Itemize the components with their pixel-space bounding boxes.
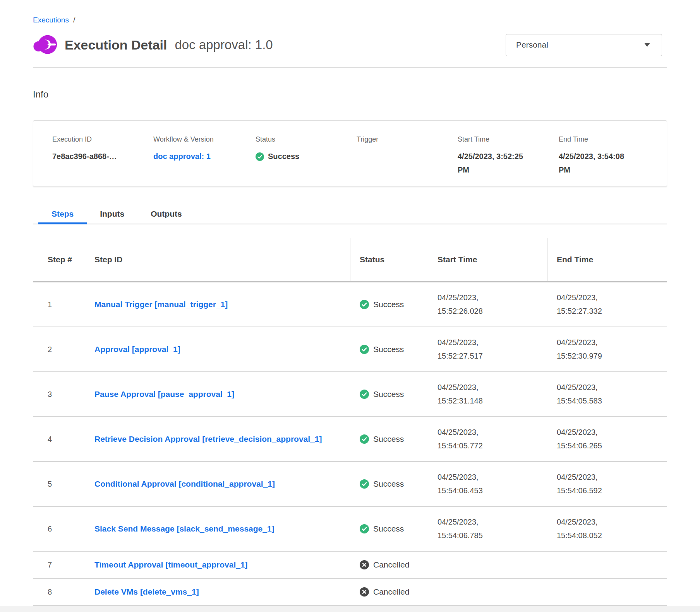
step-id-link[interactable]: Timeout Approval [timeout_approval_1] (94, 559, 248, 570)
field-end-time: End Time 4/25/2023, 3:54:08 PM (559, 135, 667, 177)
breadcrumb-separator: / (73, 16, 75, 24)
field-label: Execution ID (52, 135, 153, 144)
status-badge: Success (350, 339, 428, 359)
check-circle-icon (256, 152, 264, 161)
table-row: 3 Pause Approval [pause_approval_1] Succ… (33, 372, 667, 417)
end-time (547, 559, 633, 570)
scope-dropdown[interactable]: Personal (506, 34, 662, 56)
step-id-link[interactable]: Conditional Approval [conditional_approv… (94, 479, 275, 489)
end-time (547, 586, 633, 597)
end-time-value: 4/25/2023, 3:54:08 PM (559, 150, 632, 177)
table-header-row: Step # Step ID Status Start Time End Tim… (33, 238, 667, 282)
status-text: Cancelled (373, 560, 409, 569)
detail-tabs: Steps Inputs Outputs (33, 204, 667, 224)
info-card: Execution ID 7e8ac396-a868-… Workflow & … (33, 120, 667, 187)
status-badge: Cancelled (350, 555, 428, 575)
start-time-value: 4/25/2023, 3:52:25 PM (458, 150, 531, 177)
field-label: End Time (559, 135, 667, 144)
step-number: 2 (33, 340, 85, 359)
x-circle-icon (360, 560, 369, 569)
start-time: 04/25/2023, 15:52:27.517 (428, 330, 513, 368)
step-number: 6 (33, 519, 85, 539)
start-time: 04/25/2023, 15:52:31.148 (428, 375, 513, 413)
status-badge: Success (350, 294, 428, 315)
check-circle-icon (360, 434, 369, 444)
chevron-down-icon (644, 43, 650, 47)
end-time: 04/25/2023, 15:54:05.583 (547, 375, 633, 413)
end-time: 04/25/2023, 15:52:27.332 (547, 285, 633, 323)
execution-id-value: 7e8ac396-a868-… (52, 150, 153, 163)
column-header-step-num: Step # (33, 238, 85, 281)
info-section-title: Info (33, 89, 667, 100)
step-id-link[interactable]: Retrieve Decision Approval [retrieve_dec… (94, 434, 322, 444)
step-number: 1 (33, 295, 85, 315)
check-circle-icon (360, 524, 369, 533)
tab-outputs[interactable]: Outputs (137, 204, 195, 224)
check-circle-icon (360, 345, 369, 354)
end-time: 04/25/2023, 15:52:30.979 (547, 330, 633, 368)
field-workflow-version: Workflow & Version doc approval: 1 (153, 135, 256, 177)
start-time (428, 586, 513, 597)
column-header-status: Status (350, 238, 428, 281)
step-id-link[interactable]: Pause Approval [pause_approval_1] (94, 389, 234, 400)
step-number: 7 (33, 555, 85, 575)
status-badge: Success (350, 384, 428, 404)
status-text: Success (268, 150, 299, 163)
end-time: 04/25/2023, 15:54:06.592 (547, 465, 633, 503)
x-circle-icon (360, 587, 369, 597)
status-text: Success (373, 300, 404, 309)
start-time: 04/25/2023, 15:54:06.785 (428, 510, 513, 548)
start-time: 04/25/2023, 15:54:05.772 (428, 420, 513, 458)
table-row: 5 Conditional Approval [conditional_appr… (33, 462, 667, 507)
execution-detail-page: Executions / Execution Detail doc approv… (0, 0, 700, 606)
field-label: Trigger (357, 135, 458, 144)
status-text: Success (373, 390, 404, 399)
table-row: 8 Delete VMs [delete_vms_1] Cancelled (33, 579, 667, 606)
table-row: 1 Manual Trigger [manual_trigger_1] Succ… (33, 282, 667, 327)
status-text: Success (373, 434, 404, 444)
page-title: Execution Detail (65, 38, 167, 53)
step-id-link[interactable]: Delete VMs [delete_vms_1] (94, 586, 199, 597)
title-wrap: Execution Detail doc approval: 1.0 (33, 34, 273, 56)
field-status: Status Success (256, 135, 357, 177)
table-row: 4 Retrieve Decision Approval [retrieve_d… (33, 417, 667, 462)
status-badge: Success (256, 150, 357, 163)
status-badge: Success (350, 519, 428, 539)
info-divider (33, 107, 667, 107)
start-time: 04/25/2023, 15:54:06.453 (428, 465, 513, 503)
step-id-link[interactable]: Manual Trigger [manual_trigger_1] (94, 299, 228, 310)
table-row: 6 Slack Send Message [slack_send_message… (33, 507, 667, 552)
start-time (428, 559, 513, 570)
table-row: 7 Timeout Approval [timeout_approval_1] … (33, 552, 667, 579)
steps-table: Step # Step ID Status Start Time End Tim… (33, 238, 667, 606)
step-number: 8 (33, 582, 85, 602)
check-circle-icon (360, 479, 369, 489)
column-header-step-id: Step ID (85, 238, 350, 281)
end-time: 04/25/2023, 15:54:06.265 (547, 420, 633, 458)
page-content: Executions / Execution Detail doc approv… (33, 0, 667, 606)
header-divider (33, 67, 667, 68)
step-number: 4 (33, 429, 85, 449)
workflow-version-link[interactable]: doc approval: 1 (153, 152, 211, 161)
field-label: Status (256, 135, 357, 144)
status-badge: Success (350, 474, 428, 494)
table-body: 1 Manual Trigger [manual_trigger_1] Succ… (33, 282, 667, 606)
check-circle-icon (360, 300, 369, 309)
tab-inputs[interactable]: Inputs (87, 204, 137, 224)
status-badge: Success (350, 429, 428, 449)
table-row: 2 Approval [approval_1] Success 04/25/20… (33, 327, 667, 372)
field-label: Workflow & Version (153, 135, 256, 144)
end-time: 04/25/2023, 15:54:08.052 (547, 510, 633, 548)
status-text: Success (373, 345, 404, 354)
step-id-link[interactable]: Slack Send Message [slack_send_message_1… (94, 523, 275, 534)
step-id-link[interactable]: Approval [approval_1] (94, 344, 180, 355)
field-execution-id: Execution ID 7e8ac396-a868-… (52, 135, 153, 177)
check-circle-icon (360, 390, 369, 399)
workflow-logo-icon (33, 34, 58, 56)
step-number: 3 (33, 385, 85, 404)
field-start-time: Start Time 4/25/2023, 3:52:25 PM (458, 135, 559, 177)
field-trigger: Trigger (357, 135, 458, 177)
tab-steps[interactable]: Steps (38, 204, 87, 224)
step-number: 5 (33, 474, 85, 494)
breadcrumb-link-executions[interactable]: Executions (33, 16, 69, 24)
